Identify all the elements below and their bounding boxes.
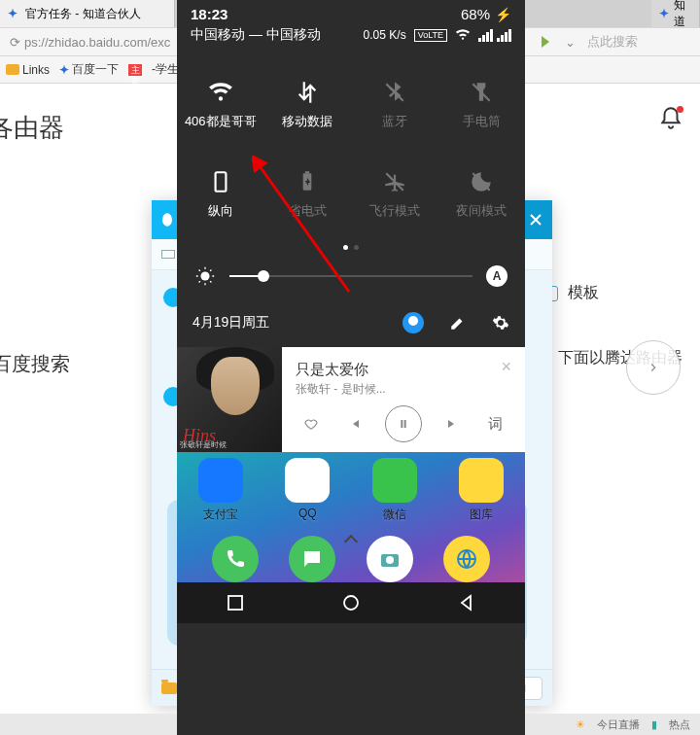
prev-button[interactable] [341,410,368,438]
forward-button[interactable] [626,340,681,395]
song-title: 只是太爱你 [282,347,525,381]
gallery-icon [459,458,504,503]
wifi-icon [208,80,233,105]
reload-icon[interactable]: ⟳ [10,35,20,50]
music-player: Hins 张敬轩是时候 × 只是太爱你 张敬轩 - 是时候... 词 [177,347,525,452]
brightness-slider[interactable] [229,275,472,277]
app-alipay[interactable]: 支付宝 [186,458,256,523]
data-icon [295,80,320,105]
nav-bar [177,582,525,623]
like-button[interactable] [298,410,325,438]
album-art[interactable]: Hins 张敬轩是时候 [177,347,282,452]
back-button[interactable] [457,593,476,612]
music-close-button[interactable]: × [501,357,511,377]
signal-icon [497,29,511,42]
penguin-icon [158,210,177,229]
svg-point-0 [162,213,172,226]
wifi-icon [455,28,471,42]
airplane-icon [382,169,407,194]
search-input[interactable]: 点此搜索 [587,33,694,51]
baidu-icon: ✦ [59,63,69,77]
date-row: 4月19日周五 [177,304,525,347]
tab-title: 知道 [674,0,691,30]
svg-rect-10 [404,420,406,428]
template-label[interactable]: 模板 [568,284,599,300]
clock: 18:23 [191,6,228,22]
home-button[interactable] [341,593,361,612]
date-text: 4月19日周五 [192,314,269,332]
notification-bell[interactable] [658,106,685,133]
play-pause-button[interactable] [385,405,422,442]
settings-icon[interactable] [492,314,509,332]
carrier-text: 中国移动 — 中国移动 [191,26,321,44]
svg-point-12 [386,556,394,564]
app-wechat[interactable]: 微信 [360,458,430,523]
wechat-icon [372,458,417,503]
browser-tab-1[interactable]: ✦ 官方任务 - 知道合伙人 [0,0,175,27]
edit-icon[interactable] [449,314,467,332]
battery-text: 68% [461,6,490,22]
bookmark-links[interactable]: Links [6,63,50,77]
recents-button[interactable] [226,593,245,612]
app-qq[interactable]: QQ [272,458,342,523]
hot-label[interactable]: 热点 [669,718,690,732]
home-badge-icon: 主页 [128,64,142,76]
folder-icon[interactable] [161,682,177,694]
play-icon[interactable] [542,36,549,48]
qs-wifi[interactable]: 406都是哥哥 [177,60,264,150]
alipay-icon [198,458,243,503]
volte-badge: VoLTE [414,29,447,42]
view-icon[interactable] [161,250,175,259]
qs-bluetooth[interactable]: 蓝牙 [351,60,438,150]
browser-app[interactable] [443,536,490,582]
lyrics-button[interactable]: 词 [482,410,509,438]
brightness-icon [194,265,216,287]
phone-app[interactable] [212,536,259,582]
url-text[interactable]: ps://zhidao.baidu.com/exc [24,35,170,50]
auto-brightness-toggle[interactable]: A [486,265,508,287]
brightness-row: A [177,265,525,287]
net-speed: 0.05 K/s [364,28,406,42]
page-title: 各由器 [0,113,64,142]
qs-night[interactable]: 夜间模式 [438,150,526,239]
notification-dot [677,106,683,113]
svg-rect-9 [401,420,402,428]
messages-app[interactable] [289,536,335,582]
quick-settings: 406都是哥哥 移动数据 蓝牙 手电筒 纵向 省电式 飞行模式 夜间模式 [177,60,525,239]
dropdown-icon[interactable]: ⌄ [565,35,576,50]
qs-saver[interactable]: 省电式 [264,150,352,239]
status-bar: 18:23 68% ⚡ 中国移动 — 中国移动 0.05 K/s VoLTE [177,0,525,60]
qs-torch[interactable]: 手电筒 [438,60,526,150]
dock [177,536,525,582]
browser-tab-extra[interactable]: ✦ 知道 [651,0,700,27]
qs-data[interactable]: 移动数据 [264,60,352,150]
tab-title: 官方任务 - 知道合伙人 [25,6,141,22]
svg-rect-5 [305,171,309,173]
qs-airplane[interactable]: 飞行模式 [351,150,438,239]
album-caption: 张敬轩是时候 [180,439,227,450]
baidu-icon: ✦ [8,7,21,20]
flashlight-icon [469,80,494,105]
svg-rect-14 [228,596,242,610]
qq-icon [285,458,330,503]
qs-portrait[interactable]: 纵向 [177,150,264,239]
folder-icon [6,64,19,75]
song-artist: 张敬轩 - 是时候... [282,381,525,398]
today-live[interactable]: 今日直播 [597,718,640,732]
bookmark-home[interactable]: 主页 [128,64,142,76]
home-screen: 支付宝 QQ 微信 图库 [177,452,525,623]
charging-icon: ⚡ [495,7,511,22]
page-indicator [177,245,525,250]
svg-point-15 [344,596,358,610]
sun-icon: ☀ [576,718,585,731]
signal-icon [478,29,493,42]
svg-point-8 [200,271,209,280]
app-gallery[interactable]: 图库 [446,458,516,523]
user-icon[interactable] [402,312,424,333]
camera-app[interactable] [367,536,413,582]
bookmark-baidu[interactable]: ✦百度一下 [59,61,119,78]
next-button[interactable] [438,410,466,438]
bluetooth-icon [382,80,407,105]
phone-overlay: 18:23 68% ⚡ 中国移动 — 中国移动 0.05 K/s VoLTE 4… [177,0,525,735]
portrait-icon [208,169,233,194]
